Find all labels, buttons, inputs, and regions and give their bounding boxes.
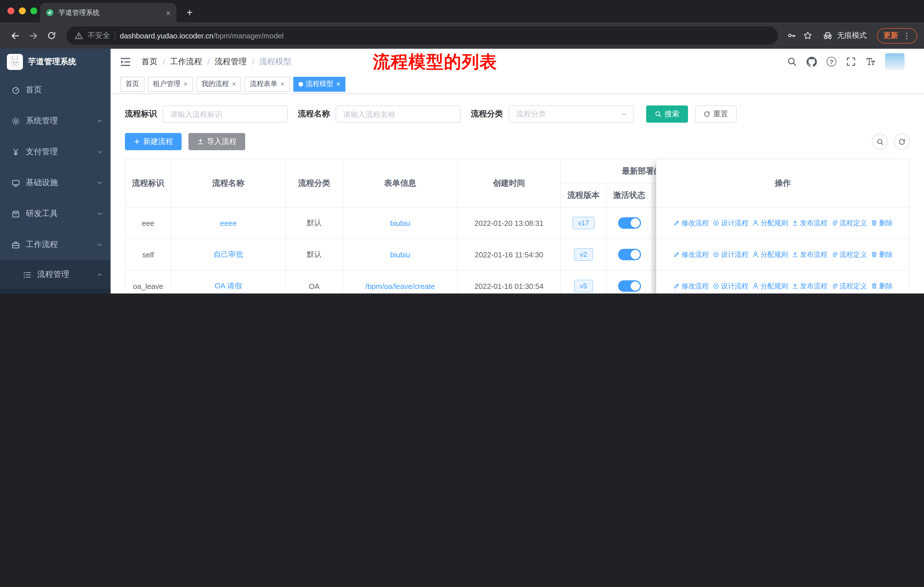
process-definition-link[interactable]: 流程定义 bbox=[831, 250, 867, 260]
form-info-link[interactable]: biubiu bbox=[390, 219, 410, 227]
reload-button[interactable] bbox=[43, 28, 59, 43]
tab-process-model[interactable]: 流程模型 × bbox=[293, 76, 346, 91]
sidebar-item-infrastructure[interactable]: 基础设施 bbox=[0, 167, 111, 198]
fullscreen-icon[interactable] bbox=[846, 57, 856, 66]
chevron-down-icon bbox=[97, 180, 102, 186]
cell-created: 2022-01-16 01:30:54 bbox=[458, 271, 561, 293]
address-bar[interactable]: 不安全 dashboard.yudao.iocoder.cn/bpm/manag… bbox=[66, 26, 778, 45]
col-header-process-name: 流程名称 bbox=[171, 159, 286, 208]
tab-tenant-management[interactable]: 租户管理 × bbox=[148, 76, 193, 91]
cell-process-id: self bbox=[125, 239, 171, 271]
font-size-icon[interactable] bbox=[866, 57, 875, 66]
sidebar-item-label: 研发工具 bbox=[26, 209, 58, 219]
active-toggle[interactable] bbox=[618, 280, 641, 292]
forward-button[interactable] bbox=[25, 28, 41, 43]
plus-icon bbox=[134, 138, 140, 145]
search-icon bbox=[655, 111, 662, 117]
process-name-link[interactable]: OA 请假 bbox=[214, 281, 242, 290]
active-toggle[interactable] bbox=[618, 249, 641, 260]
browser-update-button[interactable]: 更新 ⋮ bbox=[877, 28, 917, 43]
process-name-link[interactable]: 自己审批 bbox=[213, 250, 243, 258]
close-window-button[interactable] bbox=[7, 7, 14, 14]
search-icon[interactable] bbox=[787, 57, 797, 66]
help-icon[interactable]: ? bbox=[827, 57, 837, 66]
chevron-up-icon bbox=[97, 242, 102, 248]
assign-rule-link[interactable]: 分配规则 bbox=[752, 281, 788, 291]
sidebar-item-process-form[interactable]: 流程表单 bbox=[0, 289, 111, 293]
assign-rule-link[interactable]: 分配规则 bbox=[752, 250, 788, 260]
filter-label: 流程名称 bbox=[298, 109, 330, 119]
process-definition-link[interactable]: 流程定义 bbox=[831, 281, 867, 291]
tab-process-form[interactable]: 流程表单 × bbox=[244, 76, 290, 91]
update-label: 更新 bbox=[883, 30, 898, 41]
close-icon[interactable]: × bbox=[280, 80, 284, 88]
delete-link[interactable]: 删除 bbox=[870, 281, 893, 291]
publish-process-link[interactable]: 发布流程 bbox=[791, 250, 827, 260]
sidebar-item-workflow[interactable]: 工作流程 bbox=[0, 229, 111, 260]
assign-rule-link[interactable]: 分配规则 bbox=[752, 218, 788, 228]
delete-link[interactable]: 删除 bbox=[870, 218, 893, 228]
hamburger-icon[interactable] bbox=[120, 56, 131, 67]
sidebar-item-dev-tools[interactable]: 研发工具 bbox=[0, 198, 111, 229]
security-label[interactable]: 不安全 bbox=[87, 30, 110, 41]
refresh-table-button[interactable] bbox=[894, 134, 910, 150]
breadcrumb-home[interactable]: 首页 bbox=[142, 56, 158, 67]
form-info-link[interactable]: biubiu bbox=[390, 250, 410, 259]
sidebar-item-label: 基础设施 bbox=[26, 178, 58, 188]
sidebar-item-payment[interactable]: 支付管理 bbox=[0, 136, 111, 167]
maximize-window-button[interactable] bbox=[30, 7, 37, 14]
box-icon bbox=[12, 210, 20, 218]
sidebar-item-label: 流程管理 bbox=[37, 270, 69, 280]
process-id-input[interactable] bbox=[163, 106, 287, 123]
reset-button[interactable]: 重置 bbox=[695, 106, 737, 123]
publish-process-link[interactable]: 发布流程 bbox=[791, 281, 827, 291]
modify-process-link[interactable]: 修改流程 bbox=[673, 218, 709, 228]
process-category-select[interactable]: 流程分类 bbox=[509, 106, 634, 123]
browser-menu-icon[interactable]: ⋮ bbox=[903, 31, 911, 40]
search-button[interactable]: 搜索 bbox=[646, 106, 688, 123]
close-icon[interactable]: × bbox=[336, 80, 341, 88]
active-toggle[interactable] bbox=[618, 217, 641, 229]
design-process-link[interactable]: 设计流程 bbox=[712, 281, 748, 291]
publish-icon bbox=[791, 283, 798, 289]
process-definition-link[interactable]: 流程定义 bbox=[831, 218, 867, 228]
show-search-button[interactable] bbox=[872, 134, 888, 150]
create-process-button[interactable]: 新建流程 bbox=[125, 133, 182, 150]
publish-process-link[interactable]: 发布流程 bbox=[791, 218, 827, 228]
modify-process-link[interactable]: 修改流程 bbox=[673, 250, 709, 260]
new-tab-button[interactable]: + bbox=[182, 5, 197, 20]
tab-close-icon[interactable]: × bbox=[165, 8, 171, 17]
delete-link[interactable]: 删除 bbox=[870, 250, 893, 260]
user-icon bbox=[752, 283, 759, 289]
close-icon[interactable]: × bbox=[183, 80, 188, 88]
import-process-button[interactable]: 导入流程 bbox=[188, 133, 245, 150]
close-icon[interactable]: × bbox=[232, 80, 236, 88]
key-icon[interactable] bbox=[787, 31, 796, 40]
sidebar-item-system[interactable]: 系统管理 bbox=[0, 106, 111, 136]
breadcrumb-process-model: 流程模型 bbox=[259, 56, 291, 67]
design-process-link[interactable]: 设计流程 bbox=[712, 250, 748, 260]
version-badge: v2 bbox=[574, 248, 592, 261]
form-info-link[interactable]: /bpm/oa/leave/create bbox=[365, 282, 435, 290]
url-text[interactable]: dashboard.yudao.iocoder.cn/bpm/manager/m… bbox=[120, 31, 284, 40]
bookmark-star-icon[interactable] bbox=[803, 31, 812, 40]
main-area: 首页 / 工作流程 / 流程管理 / 流程模型 流程模型的列表 ? bbox=[111, 49, 924, 293]
sidebar-item-process-management[interactable]: 流程管理 bbox=[0, 260, 111, 289]
list-icon bbox=[23, 270, 31, 279]
filter-process-id: 流程标识 bbox=[125, 106, 287, 123]
github-icon[interactable] bbox=[807, 56, 817, 67]
back-button[interactable] bbox=[7, 28, 23, 43]
browser-tab[interactable]: 芋道管理系统 × bbox=[40, 3, 177, 22]
breadcrumb: 首页 / 工作流程 / 流程管理 / 流程模型 bbox=[142, 56, 291, 67]
breadcrumb-process-management[interactable]: 流程管理 bbox=[215, 56, 247, 67]
sidebar-item-home[interactable]: 首页 bbox=[0, 74, 111, 106]
minimize-window-button[interactable] bbox=[19, 7, 26, 14]
breadcrumb-workflow[interactable]: 工作流程 bbox=[170, 56, 202, 67]
process-name-input[interactable] bbox=[336, 106, 460, 123]
process-name-link[interactable]: eeee bbox=[220, 219, 237, 227]
tab-my-process[interactable]: 我的流程 × bbox=[196, 76, 241, 91]
design-process-link[interactable]: 设计流程 bbox=[712, 218, 748, 228]
avatar[interactable] bbox=[885, 53, 904, 70]
tab-home[interactable]: 首页 bbox=[120, 76, 144, 91]
modify-process-link[interactable]: 修改流程 bbox=[673, 281, 709, 291]
